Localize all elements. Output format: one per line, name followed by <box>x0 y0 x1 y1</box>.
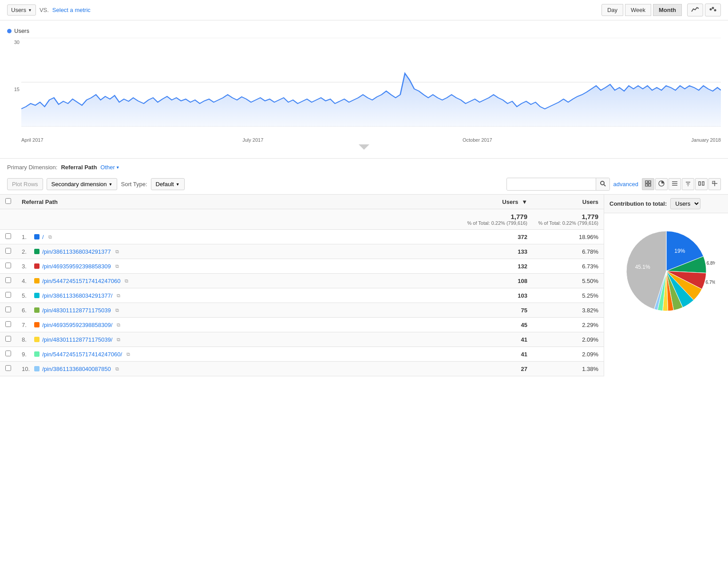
advanced-link[interactable]: advanced <box>613 181 638 187</box>
search-input[interactable] <box>507 179 596 190</box>
row-checkbox[interactable] <box>5 248 11 254</box>
row-checkbox[interactable] <box>5 307 11 312</box>
table-header-row: Referral Path Users ▼ Users <box>0 195 604 209</box>
summary-users-sub: % of Total: 0.22% (799,616) <box>538 220 598 226</box>
toolbar: Plot Rows Secondary dimension ▼ Sort Typ… <box>0 174 728 195</box>
pivot-view-button[interactable] <box>708 178 721 190</box>
row-checkbox[interactable] <box>5 321 11 327</box>
row-checkbox-cell <box>0 347 16 362</box>
summary-checkbox-cell <box>0 209 16 230</box>
grid-view-button[interactable] <box>642 178 654 190</box>
svg-line-8 <box>604 185 605 187</box>
row-checkbox-cell <box>0 244 16 259</box>
copy-icon[interactable]: ⧉ <box>115 263 119 269</box>
row-users-value: 18.96% <box>533 230 604 244</box>
select-all-checkbox[interactable] <box>5 198 11 204</box>
row-color-indicator <box>34 351 40 357</box>
day-button[interactable]: Day <box>601 4 623 16</box>
row-checkbox-cell <box>0 288 16 303</box>
row-color-indicator <box>34 234 40 239</box>
svg-point-1 <box>712 7 714 9</box>
row-number: 1. <box>22 234 32 240</box>
row-path-link[interactable]: /pin/386113368040087850 <box>42 366 111 372</box>
row-users-sort-value: 41 <box>444 347 533 362</box>
search-button[interactable] <box>596 178 609 190</box>
col-header-checkbox <box>0 195 16 209</box>
x-label-oct: October 2017 <box>463 137 492 143</box>
compare-view-button[interactable] <box>695 178 708 190</box>
row-checkbox[interactable] <box>5 263 11 268</box>
row-checkbox[interactable] <box>5 277 11 283</box>
table-row: 1. / ⧉ 372 18.96% <box>0 230 604 244</box>
row-users-sort-value: 41 <box>444 332 533 347</box>
row-path-link[interactable]: /pin/483011128771175039/ <box>42 336 112 343</box>
metric-dropdown[interactable]: Users ▼ <box>7 4 36 16</box>
row-checkbox[interactable] <box>5 233 11 239</box>
legend-label: Users <box>14 28 29 34</box>
copy-icon[interactable]: ⧉ <box>127 351 130 357</box>
row-users-sort-value: 27 <box>444 362 533 376</box>
secondary-dimension-button[interactable]: Secondary dimension ▼ <box>47 178 118 190</box>
month-button[interactable]: Month <box>653 4 682 16</box>
plot-rows-button[interactable]: Plot Rows <box>7 178 43 190</box>
pie-view-button[interactable] <box>655 178 668 190</box>
row-checkbox[interactable] <box>5 292 11 298</box>
copy-icon[interactable]: ⧉ <box>125 278 128 284</box>
row-path-link[interactable]: /pin/386113368034291377 <box>42 248 111 255</box>
contribution-title: Contribution to total: <box>609 200 667 207</box>
top-left: Users ▼ VS. Select a metric <box>7 4 91 16</box>
row-path-link[interactable]: /pin/544724515717414247060 <box>42 278 120 284</box>
row-checkbox-cell <box>0 318 16 332</box>
copy-icon[interactable]: ⧉ <box>117 322 120 328</box>
sort-default-button[interactable]: Default ▼ <box>151 178 185 190</box>
pie-chart-svg: 19%6.8%6.7%45.1% <box>617 222 715 320</box>
copy-icon[interactable]: ⧉ <box>115 307 119 313</box>
data-table: Referral Path Users ▼ Users 1,779 % of T… <box>0 195 604 376</box>
dot-chart-icon[interactable] <box>705 4 721 16</box>
svg-rect-21 <box>702 182 704 185</box>
summary-users-sort-cell: 1,779 % of Total: 0.22% (799,616) <box>444 209 533 230</box>
row-number: 5. <box>22 292 32 299</box>
svg-rect-20 <box>699 182 700 185</box>
copy-icon[interactable]: ⧉ <box>48 234 52 240</box>
row-path-cell: 9. /pin/544724515717414247060/ ⧉ <box>16 347 444 362</box>
row-users-value: 2.09% <box>533 347 604 362</box>
primary-dim-prefix: Primary Dimension: <box>7 164 57 171</box>
pie-label: 19% <box>674 248 685 254</box>
other-button[interactable]: Other ▼ <box>100 164 119 171</box>
list-view-button[interactable] <box>669 178 681 190</box>
row-checkbox[interactable] <box>5 336 11 342</box>
contribution-metric-select[interactable]: Users <box>670 198 700 209</box>
row-users-value: 2.09% <box>533 332 604 347</box>
chart-collapse-handle[interactable] <box>7 144 721 151</box>
line-chart-icon[interactable] <box>687 4 703 16</box>
week-button[interactable]: Week <box>625 4 651 16</box>
x-label-jul: July 2017 <box>242 137 263 143</box>
copy-icon[interactable]: ⧉ <box>115 249 119 255</box>
chart-svg-wrap <box>21 38 721 136</box>
row-path-link[interactable]: /pin/544724515717414247060/ <box>42 351 122 358</box>
summary-users-sort-value: 1,779 <box>449 213 527 220</box>
row-path-link[interactable]: /pin/469359592398858309/ <box>42 322 112 328</box>
row-path-link[interactable]: /pin/386113368034291377/ <box>42 292 112 299</box>
filter-view-button[interactable] <box>682 178 694 190</box>
row-path-link[interactable]: / <box>42 234 44 240</box>
row-checkbox[interactable] <box>5 351 11 356</box>
sort-default-caret: ▼ <box>176 182 180 187</box>
row-checkbox-cell <box>0 230 16 244</box>
row-path-cell: 2. /pin/386113368034291377 ⧉ <box>16 244 444 259</box>
row-checkbox[interactable] <box>5 365 11 371</box>
svg-rect-9 <box>645 181 648 183</box>
row-path-link[interactable]: /pin/483011128771175039 <box>42 307 111 314</box>
row-checkbox-cell <box>0 274 16 288</box>
copy-icon[interactable]: ⧉ <box>117 293 120 299</box>
copy-icon[interactable]: ⧉ <box>117 337 120 343</box>
copy-icon[interactable]: ⧉ <box>115 366 119 372</box>
row-path-link[interactable]: /pin/469359592398858309 <box>42 263 111 270</box>
contribution-header: Contribution to total: Users <box>604 195 728 213</box>
view-icons <box>687 4 721 16</box>
select-metric-link[interactable]: Select a metric <box>52 7 91 13</box>
row-users-value: 1.38% <box>533 362 604 376</box>
col-header-users-sort[interactable]: Users ▼ <box>444 195 533 209</box>
top-right: Day Week Month <box>601 4 721 16</box>
